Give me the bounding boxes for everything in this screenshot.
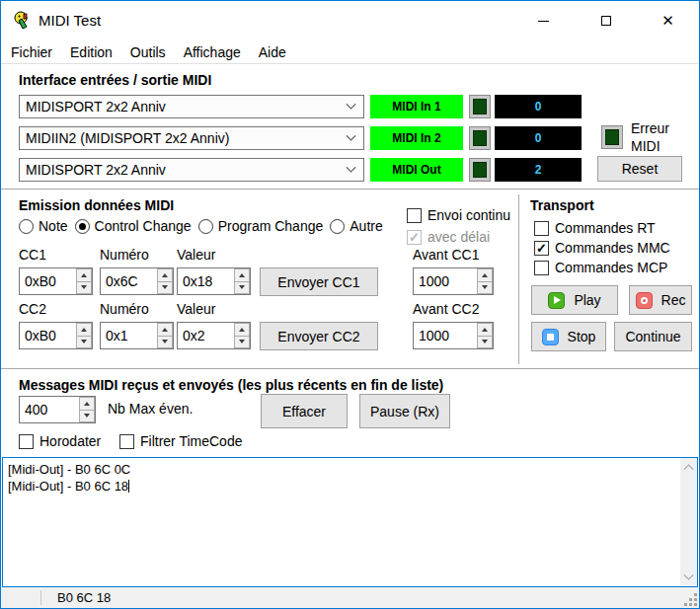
commandes-rt-checkbox[interactable]: Commandes RT	[534, 220, 656, 236]
reset-button[interactable]: Reset	[597, 156, 682, 182]
cc2-numero-field[interactable]	[100, 322, 174, 349]
menu-bar: Fichier Edition Outils Affichage Aide	[1, 40, 699, 64]
spin-up-button[interactable]	[477, 323, 493, 337]
spin-up-button[interactable]	[79, 397, 95, 411]
transport-section-title: Transport	[530, 197, 594, 213]
checkbox-checked-icon: ✓	[534, 241, 549, 256]
spin-up-button[interactable]	[477, 268, 493, 282]
spin-up-icon	[162, 273, 168, 277]
menu-affichage[interactable]: Affichage	[175, 41, 250, 63]
spin-up-button[interactable]	[234, 268, 250, 282]
midi-in2-device-select[interactable]: MIDIIN2 (MIDISPORT 2x2 Anniv)	[19, 126, 364, 150]
status-separator	[40, 590, 41, 605]
cc2-valeur-label: Valeur	[177, 301, 215, 317]
spin-down-button[interactable]	[477, 282, 493, 295]
cc2-valeur-field[interactable]	[177, 322, 251, 349]
avant-cc1-field[interactable]	[413, 267, 494, 295]
stop-button[interactable]: Stop	[531, 322, 606, 351]
spin-up-button[interactable]	[76, 268, 92, 282]
cc1-valeur-field[interactable]	[177, 267, 251, 295]
maximize-button[interactable]	[575, 1, 637, 40]
max-events-field[interactable]	[19, 396, 96, 423]
spin-down-button[interactable]	[234, 282, 250, 295]
spin-down-button[interactable]	[157, 337, 173, 349]
rec-button[interactable]: Rec	[629, 285, 692, 315]
spin-down-icon	[81, 285, 87, 289]
spin-down-button[interactable]	[76, 282, 92, 295]
effacer-button[interactable]: Effacer	[261, 394, 348, 428]
resize-grip-icon[interactable]	[684, 593, 697, 606]
window-title: MIDI Test	[39, 1, 101, 40]
radio-autre[interactable]: Autre	[330, 218, 382, 234]
spin-up-button[interactable]	[76, 323, 92, 337]
log-line: [Midi-Out] - B0 6C 18	[8, 478, 130, 495]
message-type-radio-group: Note Control Change Program Change Autre	[19, 218, 383, 234]
radio-program-change[interactable]: Program Change	[198, 218, 324, 234]
pause-rx-button[interactable]: Pause (Rx)	[359, 394, 450, 428]
envoi-continu-checkbox[interactable]: Envoi continu	[407, 207, 510, 223]
spin-up-icon	[81, 328, 87, 332]
chevron-down-icon	[684, 571, 694, 580]
midi-out-led	[469, 158, 491, 182]
midi-in1-led	[469, 95, 491, 118]
avant-cc2-label: Avant CC2	[413, 301, 479, 317]
spin-up-icon	[84, 402, 90, 406]
envoyer-cc1-button[interactable]: Envoyer CC1	[260, 267, 378, 296]
avec-delai-checkbox: ✓ avec délai	[407, 229, 490, 245]
spin-down-button[interactable]	[79, 411, 95, 423]
radio-control-change[interactable]: Control Change	[75, 218, 192, 234]
midi-out-device-select[interactable]: MIDISPORT 2x2 Anniv	[19, 158, 364, 182]
menu-edition[interactable]: Edition	[61, 41, 121, 63]
checkbox-icon	[407, 208, 422, 223]
continue-button[interactable]: Continue	[614, 322, 692, 351]
spin-down-button[interactable]	[234, 337, 250, 349]
spin-up-button[interactable]	[157, 323, 173, 337]
spin-down-icon	[482, 285, 488, 289]
cc2-numero-label: Numéro	[100, 301, 149, 317]
chevron-down-icon	[347, 162, 356, 172]
log-lines: [Midi-Out] - B0 6C 0C [Midi-Out] - B0 6C…	[8, 461, 130, 495]
menu-fichier[interactable]: Fichier	[2, 41, 61, 63]
play-button[interactable]: Play	[531, 285, 618, 315]
app-window: MIDI Test ✕ Fichier Edition Outils Affic…	[0, 0, 700, 609]
title-bar[interactable]: MIDI Test ✕	[1, 1, 699, 40]
minimize-icon	[538, 21, 549, 22]
radio-selected-icon	[75, 219, 90, 234]
spin-up-icon	[81, 273, 87, 277]
scroll-up-button[interactable]	[680, 458, 697, 475]
midi-out-label: MIDI Out	[370, 158, 463, 182]
midi-in2-device-value: MIDIIN2 (MIDISPORT 2x2 Anniv)	[26, 130, 229, 146]
cc1-status-field[interactable]	[19, 267, 93, 295]
commandes-mcp-checkbox[interactable]: Commandes MCP	[534, 260, 667, 275]
spin-down-icon	[84, 414, 90, 418]
horodater-checkbox[interactable]: Horodater	[19, 433, 101, 449]
cc1-numero-field[interactable]	[100, 267, 174, 295]
menu-aide[interactable]: Aide	[250, 41, 295, 63]
scroll-down-button[interactable]	[680, 570, 697, 586]
log-line: [Midi-Out] - B0 6C 0C	[8, 461, 130, 478]
spin-down-button[interactable]	[477, 337, 493, 349]
cc1-valeur-label: Valeur	[177, 247, 215, 263]
spin-up-button[interactable]	[234, 323, 250, 337]
menu-outils[interactable]: Outils	[121, 41, 175, 63]
log-scrollbar[interactable]	[680, 458, 697, 586]
spin-down-button[interactable]	[157, 282, 173, 295]
filtrer-timecode-checkbox[interactable]: Filtrer TimeCode	[119, 433, 242, 449]
midi-in1-device-select[interactable]: MIDISPORT 2x2 Anniv	[19, 95, 364, 118]
cc2-label: CC2	[19, 301, 46, 317]
minimize-button[interactable]	[512, 1, 575, 40]
spin-down-button[interactable]	[76, 337, 92, 349]
radio-note[interactable]: Note	[19, 218, 68, 234]
play-icon	[548, 292, 565, 309]
midi-log-textarea[interactable]: [Midi-Out] - B0 6C 0C [Midi-Out] - B0 6C…	[2, 457, 698, 587]
envoyer-cc2-button[interactable]: Envoyer CC2	[260, 322, 378, 350]
commandes-mmc-checkbox[interactable]: ✓ Commandes MMC	[534, 240, 670, 256]
close-icon: ✕	[661, 12, 674, 30]
cc2-status-field[interactable]	[19, 322, 93, 349]
radio-icon	[198, 219, 213, 234]
max-events-label: Nb Max éven.	[108, 401, 193, 417]
avant-cc2-field[interactable]	[413, 322, 494, 349]
close-button[interactable]: ✕	[637, 1, 699, 40]
spin-up-button[interactable]	[157, 268, 173, 282]
midi-in1-label: MIDI In 1	[370, 95, 463, 118]
